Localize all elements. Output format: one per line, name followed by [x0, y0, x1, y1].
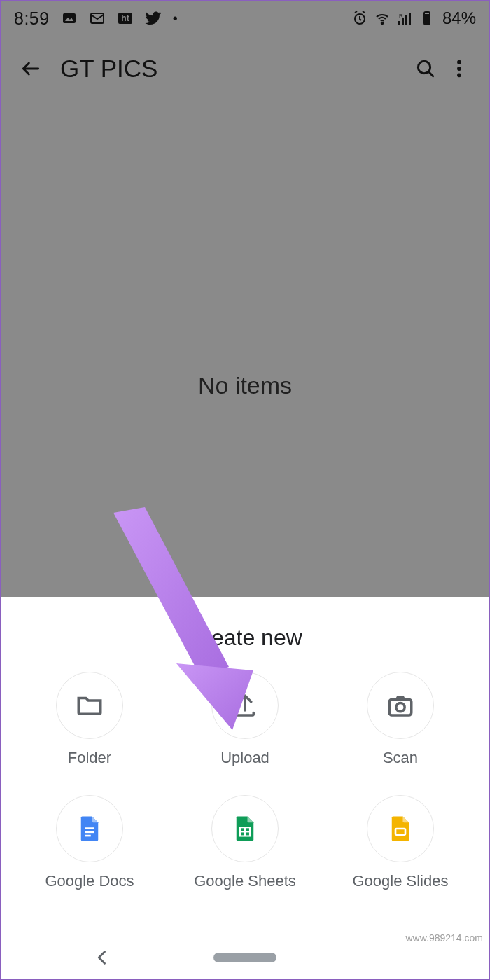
- nav-home-pill[interactable]: [214, 953, 276, 962]
- sheet-item-label: Google Docs: [45, 872, 134, 890]
- scan-button[interactable]: Scan: [326, 672, 475, 767]
- svg-point-20: [396, 703, 405, 712]
- svg-rect-21: [85, 827, 94, 829]
- docs-icon: [56, 795, 123, 862]
- sheet-item-label: Google Sheets: [194, 872, 296, 890]
- sheets-icon: [211, 795, 279, 862]
- sheet-item-label: Folder: [68, 749, 111, 767]
- svg-rect-22: [85, 831, 94, 834]
- svg-rect-23: [85, 835, 91, 837]
- sheet-item-label: Upload: [220, 749, 270, 767]
- google-slides-button[interactable]: Google Slides: [326, 795, 475, 890]
- create-new-sheet: Create new Folder Upload Scan: [1, 597, 489, 979]
- sheet-title: Create new: [1, 625, 489, 651]
- nav-back-button[interactable]: [92, 948, 112, 967]
- folder-icon: [56, 672, 123, 739]
- google-docs-button[interactable]: Google Docs: [15, 795, 164, 890]
- create-folder-button[interactable]: Folder: [15, 672, 164, 767]
- sheet-item-label: Google Slides: [353, 872, 449, 890]
- svg-rect-19: [389, 699, 412, 715]
- upload-icon: [211, 672, 279, 739]
- modal-overlay[interactable]: [1, 1, 489, 597]
- upload-button[interactable]: Upload: [171, 672, 319, 767]
- slides-icon: [367, 795, 434, 862]
- watermark-text: www.989214.com: [405, 932, 483, 944]
- google-sheets-button[interactable]: Google Sheets: [171, 795, 319, 890]
- sheet-item-label: Scan: [383, 749, 418, 767]
- camera-icon: [367, 672, 434, 739]
